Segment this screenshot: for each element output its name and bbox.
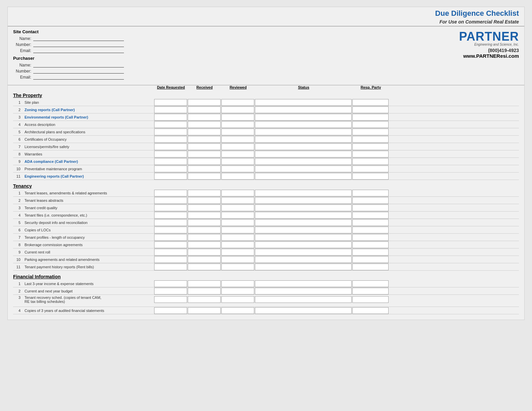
cell-received[interactable] [188,173,221,180]
cell-date-requested[interactable] [154,280,187,287]
cell-reviewed[interactable] [221,129,254,135]
cell-resp-party[interactable] [352,307,389,314]
cell-reviewed[interactable] [221,166,254,172]
cell-received[interactable] [188,264,221,270]
cell-reviewed[interactable] [221,288,254,294]
cell-reviewed[interactable] [221,280,254,287]
cell-reviewed[interactable] [221,219,254,226]
cell-reviewed[interactable] [221,307,254,314]
cell-date-requested[interactable] [154,288,187,294]
cell-resp-party[interactable] [352,227,389,233]
cell-date-requested[interactable] [154,99,187,106]
cell-resp-party[interactable] [352,158,389,165]
cell-date-requested[interactable] [154,190,187,196]
cell-status[interactable] [255,136,352,143]
cell-resp-party[interactable] [352,106,389,113]
cell-resp-party[interactable] [352,190,389,196]
cell-received[interactable] [188,249,221,256]
cell-reviewed[interactable] [221,212,254,219]
cell-status[interactable] [255,256,352,263]
cell-date-requested[interactable] [154,264,187,270]
cell-reviewed[interactable] [221,99,254,106]
purchaser-name-input[interactable] [33,62,124,67]
cell-received[interactable] [188,212,221,219]
cell-resp-party[interactable] [352,143,389,150]
cell-status[interactable] [255,227,352,233]
cell-date-requested[interactable] [154,173,187,180]
cell-resp-party[interactable] [352,296,389,303]
cell-received[interactable] [188,219,221,226]
cell-status[interactable] [255,173,352,180]
cell-resp-party[interactable] [352,121,389,128]
cell-status[interactable] [255,106,352,113]
cell-resp-party[interactable] [352,280,389,287]
cell-resp-party[interactable] [352,264,389,270]
cell-received[interactable] [188,197,221,204]
cell-received[interactable] [188,307,221,314]
cell-status[interactable] [255,197,352,204]
cell-status[interactable] [255,280,352,287]
cell-received[interactable] [188,227,221,233]
cell-status[interactable] [255,288,352,294]
cell-reviewed[interactable] [221,197,254,204]
cell-resp-party[interactable] [352,166,389,172]
purchaser-number-input[interactable] [33,68,124,74]
cell-status[interactable] [255,219,352,226]
cell-date-requested[interactable] [154,114,187,121]
cell-resp-party[interactable] [352,173,389,180]
cell-status[interactable] [255,114,352,121]
cell-date-requested[interactable] [154,256,187,263]
cell-received[interactable] [188,256,221,263]
cell-reviewed[interactable] [221,173,254,180]
cell-resp-party[interactable] [352,234,389,241]
cell-resp-party[interactable] [352,288,389,294]
cell-received[interactable] [188,114,221,121]
cell-status[interactable] [255,212,352,219]
cell-reviewed[interactable] [221,227,254,233]
cell-resp-party[interactable] [352,241,389,248]
cell-reviewed[interactable] [221,136,254,143]
cell-status[interactable] [255,121,352,128]
cell-date-requested[interactable] [154,204,187,211]
cell-date-requested[interactable] [154,197,187,204]
cell-status[interactable] [255,99,352,106]
cell-date-requested[interactable] [154,136,187,143]
cell-reviewed[interactable] [221,190,254,196]
cell-date-requested[interactable] [154,121,187,128]
site-email-input[interactable] [33,48,124,53]
cell-date-requested[interactable] [154,143,187,150]
cell-resp-party[interactable] [352,256,389,263]
cell-resp-party[interactable] [352,197,389,204]
cell-reviewed[interactable] [221,204,254,211]
cell-status[interactable] [255,234,352,241]
cell-status[interactable] [255,158,352,165]
cell-status[interactable] [255,204,352,211]
cell-resp-party[interactable] [352,99,389,106]
purchaser-email-input[interactable] [33,74,124,80]
cell-received[interactable] [188,136,221,143]
cell-resp-party[interactable] [352,129,389,135]
cell-received[interactable] [188,106,221,113]
cell-status[interactable] [255,166,352,172]
cell-reviewed[interactable] [221,114,254,121]
cell-resp-party[interactable] [352,249,389,256]
cell-status[interactable] [255,129,352,135]
cell-reviewed[interactable] [221,158,254,165]
cell-resp-party[interactable] [352,151,389,157]
cell-status[interactable] [255,296,352,303]
cell-received[interactable] [188,99,221,106]
cell-status[interactable] [255,264,352,270]
cell-date-requested[interactable] [154,212,187,219]
cell-date-requested[interactable] [154,219,187,226]
cell-received[interactable] [188,280,221,287]
cell-status[interactable] [255,151,352,157]
cell-reviewed[interactable] [221,256,254,263]
cell-reviewed[interactable] [221,151,254,157]
site-name-input[interactable] [33,36,124,41]
cell-received[interactable] [188,151,221,157]
cell-date-requested[interactable] [154,106,187,113]
cell-resp-party[interactable] [352,136,389,143]
cell-resp-party[interactable] [352,114,389,121]
cell-received[interactable] [188,296,221,303]
cell-received[interactable] [188,158,221,165]
